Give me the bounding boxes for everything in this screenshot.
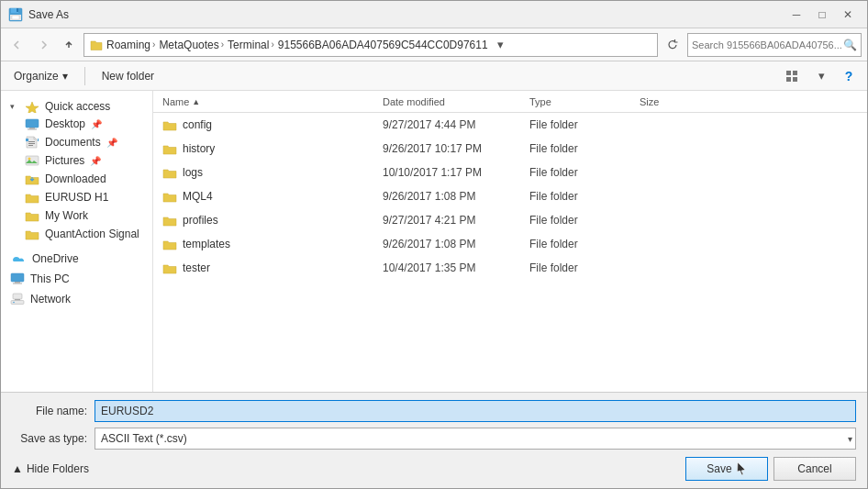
breadcrumb: Roaming › MetaQuotes › Terminal › 915566… [83, 33, 658, 57]
breadcrumb-terminal[interactable]: Terminal › [228, 39, 274, 51]
table-row[interactable]: MQL4 9/26/2017 1:08 PM File folder [153, 184, 867, 208]
folder-file-icon [162, 142, 177, 155]
downloaded-icon [25, 172, 39, 185]
cursor-icon [736, 461, 747, 476]
folder-file-icon [162, 261, 177, 274]
svg-rect-18 [11, 273, 24, 282]
filetype-select-wrapper: ASCII Text (*.csv)MetaTrader Data (*.hst… [95, 428, 856, 450]
table-row[interactable]: history 9/26/2017 10:17 PM File folder [153, 137, 867, 161]
sidebar-item-quantaction[interactable]: QuantAction Signal [1, 225, 152, 243]
breadcrumb-guid[interactable]: 915566BA06ADA407569C544CC0D97611 [278, 39, 488, 51]
sidebar-network[interactable]: Network [1, 287, 152, 307]
folder-file-icon [162, 118, 177, 131]
back-button[interactable] [6, 34, 28, 56]
up-button[interactable] [58, 34, 80, 56]
svg-rect-10 [26, 119, 39, 128]
svg-rect-23 [11, 301, 24, 305]
sidebar-item-desktop[interactable]: Desktop 📌 [1, 115, 152, 133]
svg-rect-11 [29, 128, 35, 129]
search-box: 🔍 [687, 33, 862, 57]
filetype-label: Save as type: [12, 432, 95, 445]
pin-icon: 📌 [91, 119, 102, 129]
help-button[interactable]: ? [838, 65, 860, 87]
main-content: ▾ Quick access Desktop 📌 [1, 91, 867, 392]
svg-rect-19 [15, 282, 20, 283]
filename-label: File name: [12, 405, 95, 417]
onedrive-icon [10, 253, 27, 264]
svg-rect-6 [793, 71, 797, 75]
save-button[interactable]: Save [685, 457, 768, 481]
svg-rect-7 [786, 77, 791, 82]
sidebar-quick-access-header[interactable]: ▾ Quick access [1, 94, 152, 115]
folder-file-icon [162, 190, 177, 203]
sidebar-thispc[interactable]: This PC [1, 267, 152, 287]
svg-rect-4 [12, 16, 19, 19]
new-folder-button[interactable]: New folder [96, 67, 160, 85]
toolbar-separator [84, 67, 85, 85]
filename-input[interactable] [95, 400, 856, 422]
forward-button[interactable] [32, 34, 54, 56]
svg-rect-13 [28, 141, 35, 142]
file-list-header: Name ▲ Date modified Type Size [153, 91, 867, 113]
sidebar-onedrive[interactable]: OneDrive [1, 247, 152, 267]
svg-rect-16 [26, 156, 39, 165]
svg-marker-9 [26, 102, 39, 113]
column-header-size[interactable]: Size [640, 96, 713, 107]
title-text: Save As [28, 8, 69, 21]
folder-file-icon [162, 238, 177, 250]
svg-rect-15 [28, 145, 33, 146]
hide-folders-button[interactable]: ▲ Hide Folders [12, 462, 89, 475]
minimize-button[interactable]: ─ [785, 6, 808, 24]
computer-icon [10, 272, 25, 285]
table-row[interactable]: tester 10/4/2017 1:35 PM File folder [153, 256, 867, 280]
save-as-icon [8, 7, 23, 22]
column-header-name[interactable]: Name ▲ [162, 96, 383, 107]
folder-mywork-icon [25, 209, 39, 222]
column-header-date[interactable]: Date modified [383, 96, 529, 107]
table-row[interactable]: config 9/27/2017 4:44 PM File folder [153, 113, 867, 137]
file-list-area: Name ▲ Date modified Type Size co [153, 91, 867, 392]
folder-file-icon [162, 166, 177, 179]
sidebar-item-eurusd[interactable]: EURUSD H1 [1, 188, 152, 206]
sort-asc-icon: ▲ [192, 97, 200, 106]
organize-button[interactable]: Organize ▾ [8, 67, 73, 85]
pin-icon-docs: 📌 [106, 138, 117, 148]
view-dropdown-button[interactable]: ▾ [808, 65, 834, 87]
svg-rect-20 [13, 283, 22, 284]
file-list: config 9/27/2017 4:44 PM File folder his… [153, 113, 867, 392]
table-row[interactable]: profiles 9/27/2017 4:21 PM File folder [153, 208, 867, 232]
breadcrumb-metaquotes[interactable]: MetaQuotes › [159, 39, 224, 51]
table-row[interactable]: logs 10/10/2017 1:17 PM File folder [153, 161, 867, 184]
svg-rect-14 [28, 143, 35, 144]
quick-access-toggle-icon: ▾ [10, 102, 19, 111]
sidebar-item-documents[interactable]: Documents 📌 [1, 133, 152, 151]
breadcrumb-dropdown-button[interactable]: ▾ [492, 34, 510, 56]
pin-icon-pics: 📌 [90, 156, 101, 166]
maximize-button[interactable]: □ [810, 6, 834, 24]
sidebar-item-downloaded[interactable]: Downloaded [1, 170, 152, 188]
view-icon-button[interactable] [779, 65, 805, 87]
quick-access-icon [25, 100, 39, 113]
bottom-buttons-row: ▲ Hide Folders Save Cancel [12, 457, 856, 481]
sidebar-item-mywork[interactable]: My Work [1, 206, 152, 225]
folder-quantaction-icon [25, 228, 39, 240]
filetype-select[interactable]: ASCII Text (*.csv)MetaTrader Data (*.hst… [95, 428, 856, 450]
toolbar-right: ▾ ? [779, 65, 860, 87]
svg-point-24 [13, 302, 15, 304]
svg-rect-8 [793, 77, 797, 82]
search-icon[interactable]: 🔍 [843, 39, 857, 51]
search-input[interactable] [692, 39, 843, 50]
cancel-button[interactable]: Cancel [773, 457, 856, 481]
folder-eurusd-icon [25, 191, 39, 204]
sidebar-item-pictures[interactable]: Pictures 📌 [1, 151, 152, 170]
title-bar: Save As ─ □ ✕ [1, 1, 867, 28]
bottom-panel: File name: Save as type: ASCII Text (*.c… [1, 392, 867, 488]
table-row[interactable]: templates 9/26/2017 1:08 PM File folder [153, 232, 867, 256]
documents-icon [25, 136, 39, 149]
refresh-button[interactable] [662, 34, 684, 56]
column-header-type[interactable]: Type [529, 96, 640, 107]
breadcrumb-roaming[interactable]: Roaming › [106, 39, 155, 51]
close-button[interactable]: ✕ [836, 6, 860, 24]
desktop-icon [25, 118, 39, 130]
svg-rect-12 [28, 128, 37, 129]
